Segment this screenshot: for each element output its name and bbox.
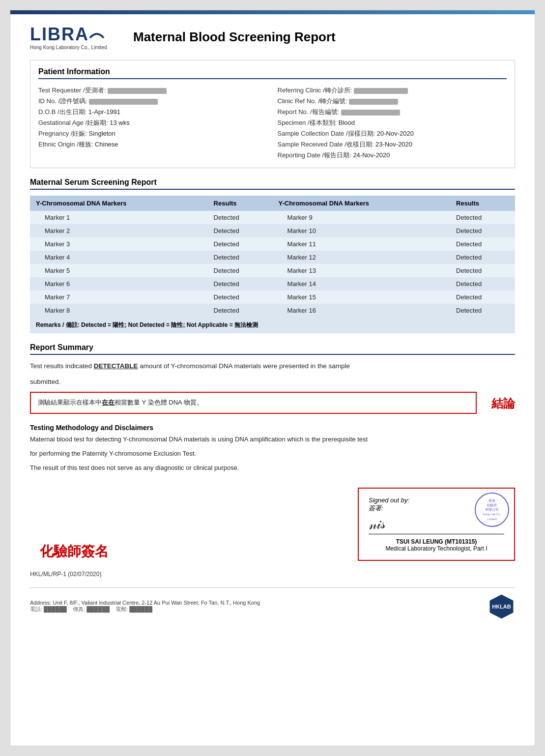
marker-right: Marker 10 [272, 224, 450, 237]
result-right: Detected [450, 211, 515, 224]
report-title: Maternal Blood Screening Report [133, 29, 336, 45]
result-right: Detected [450, 264, 515, 277]
logo-area: LIBRA Hong Kong Laboratory Co., Limited [30, 24, 118, 50]
patient-info-grid: Test Requester /受測者: ID No. /證件號碼: D.O.B… [38, 85, 507, 161]
conclusion-chinese-text: 測驗結果顯示在樣本中在在相當數量 Y 染色體 DNA 物質。 [38, 398, 469, 408]
report-no-value [341, 110, 400, 116]
signatory-name: TSUI SAI LEUNG (MT101315) [369, 538, 504, 545]
remarks: Remarks / 備註: Detected = 陽性; Not Detecte… [30, 317, 515, 333]
logo-name: LIBRA [30, 24, 89, 45]
col3-header: Y-Chromosomal DNA Markers [272, 196, 450, 211]
patient-info-title: Patient Information [38, 67, 507, 79]
info-row-specimen: Specimen /樣本類別: Blood [278, 117, 507, 128]
info-row-report-no: Report No. /報告編號: [278, 107, 507, 117]
table-row: Marker 4 Detected Marker 12 Detected [30, 251, 515, 264]
marker-left: Marker 4 [30, 251, 208, 264]
result-left: Detected [208, 264, 273, 277]
col4-header: Results [450, 196, 515, 211]
result-right: Detected [450, 224, 515, 237]
footer-address: Address: Unit F, 8/F., Valiant Industria… [30, 600, 260, 606]
col2-header: Results [208, 196, 273, 211]
patient-info-section: Patient Information Test Requester /受測者:… [30, 60, 515, 168]
result-right: Detected [450, 304, 515, 317]
result-right: Detected [450, 237, 515, 251]
info-row-clinic-ref: Clinic Ref No. /轉介編號: [278, 96, 507, 107]
patient-info-left: Test Requester /受測者: ID No. /證件號碼: D.O.B… [38, 85, 268, 161]
signed-out-chinese: 簽署: [369, 504, 383, 512]
gest-value: 13 wks [110, 119, 129, 126]
result-left: Detected [208, 211, 273, 224]
marker-left: Marker 1 [30, 211, 208, 224]
footer: Address: Unit F, 8/F., Valiant Industria… [30, 587, 515, 620]
signature-area: 化驗師簽名 香港化驗所有限公司Kong Lab Co.Limited Signe… [30, 488, 515, 561]
marker-left: Marker 5 [30, 264, 208, 277]
pregnancy-value: Singleton [89, 130, 115, 137]
conclusion-label: 結論 [491, 392, 515, 411]
page: LIBRA Hong Kong Laboratory Co., Limited … [10, 10, 535, 746]
marker-right: Marker 14 [272, 277, 450, 291]
marker-right: Marker 13 [272, 264, 450, 277]
specimen-value: Blood [339, 119, 355, 126]
ethnic-value: Chinese [95, 141, 118, 148]
dob-value: 1-Apr-1991 [88, 108, 120, 116]
signature-cursive: 𝓃𝒾𝓈 [368, 516, 386, 534]
col1-header: Y-Chromosomal DNA Markers [30, 196, 208, 211]
received-value: 23-Nov-2020 [375, 141, 412, 148]
top-bar [10, 10, 535, 14]
signature-box: 香港化驗所有限公司Kong Lab Co.Limited Signed out … [358, 488, 515, 561]
serum-table-header: Y-Chromosomal DNA Markers Results Y-Chro… [30, 196, 515, 211]
summary-text-main: Test results indicated DETECTABLE amount… [30, 361, 515, 372]
table-row: Marker 2 Detected Marker 10 Detected [30, 224, 515, 237]
serum-section: Maternal Serum Screening Report Y-Chromo… [30, 178, 515, 333]
info-row-received: Sample Received Date /收樣日期: 23-Nov-2020 [278, 139, 507, 150]
marker-right: Marker 15 [272, 291, 450, 304]
id-value [89, 99, 158, 105]
info-row-ethnic: Ethnic Origin /種族: Chinese [38, 139, 268, 150]
conclusion-text-box: 測驗結果顯示在樣本中在在相當數量 Y 染色體 DNA 物質。 [30, 392, 477, 414]
summary-line1: Test results indicated [30, 362, 94, 370]
footer-text: Address: Unit F, 8/F., Valiant Industria… [30, 600, 260, 613]
stamp-seal: 香港化驗所有限公司Kong Lab Co.Limited [475, 493, 509, 527]
info-row-reporting: Reporting Date /報告日期: 24-Nov-2020 [278, 150, 507, 161]
conclusion-bold: 在在 [102, 399, 115, 406]
report-summary-section: Report Summary Test results indicated DE… [30, 343, 515, 414]
table-row: Marker 8 Detected Marker 16 Detected [30, 304, 515, 317]
clinic-value [354, 88, 408, 94]
result-left: Detected [208, 251, 273, 264]
logo-arc-icon [89, 30, 105, 39]
methodology-title: Testing Methodology and Disclaimers [30, 424, 515, 432]
summary-line2: amount of Y-chromosomal DNA materials we… [138, 362, 350, 370]
result-left: Detected [208, 277, 273, 291]
hklab-logo-icon: HKLAB [488, 593, 515, 620]
info-row-requester: Test Requester /受測者: [38, 85, 268, 96]
conclusion-box: 測驗結果顯示在樣本中在在相當數量 Y 染色體 DNA 物質。 結論 [30, 392, 515, 414]
serum-title: Maternal Serum Screening Report [30, 178, 515, 190]
stamp-text: 香港化驗所有限公司Kong Lab Co.Limited [481, 496, 503, 523]
methodology-section: Testing Methodology and Disclaimers Mate… [30, 424, 515, 473]
result-left: Detected [208, 237, 273, 251]
info-row-collection: Sample Collection Date /採樣日期: 20-Nov-202… [278, 128, 507, 139]
result-left: Detected [208, 224, 273, 237]
requester-value [108, 88, 167, 94]
detectable-text: DETECTABLE [94, 362, 138, 370]
marker-left: Marker 8 [30, 304, 208, 317]
table-row: Marker 1 Detected Marker 9 Detected [30, 211, 515, 224]
footer-phone: 電話: ██████ 傳真: ██████ 電郵: ██████ [30, 606, 260, 613]
serum-table: Y-Chromosomal DNA Markers Results Y-Chro… [30, 196, 515, 317]
logo-subtitle: Hong Kong Laboratory Co., Limited [30, 45, 107, 50]
info-row-gest: Gestational Age /妊娠期: 13 wks [38, 117, 268, 128]
marker-left: Marker 6 [30, 277, 208, 291]
info-row-clinic: Referring Clinic /轉介診所: [278, 85, 507, 96]
reporting-value: 24-Nov-2020 [353, 151, 390, 159]
marker-right: Marker 16 [272, 304, 450, 317]
collection-value: 20-Nov-2020 [377, 130, 414, 137]
result-left: Detected [208, 304, 273, 317]
table-row: Marker 7 Detected Marker 15 Detected [30, 291, 515, 304]
footer-logo-area: HKLAB [488, 593, 515, 620]
methodology-text2: for performing the Paternity Y-chromosom… [30, 449, 515, 459]
marker-left: Marker 3 [30, 237, 208, 251]
logo: LIBRA [30, 24, 105, 45]
clinic-ref-value [349, 99, 398, 105]
patient-info-right: Referring Clinic /轉介診所: Clinic Ref No. /… [278, 85, 507, 161]
result-right: Detected [450, 277, 515, 291]
